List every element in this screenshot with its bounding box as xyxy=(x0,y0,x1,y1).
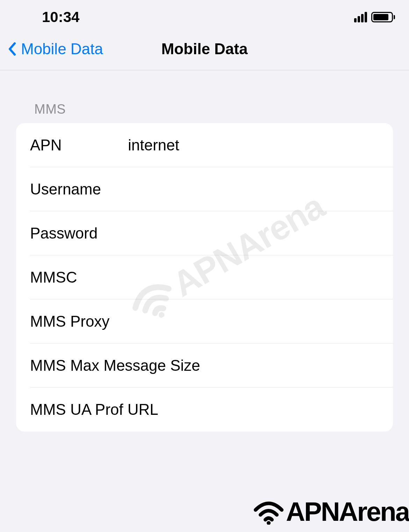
label-apn: APN xyxy=(30,136,128,154)
status-bar: 10:34 xyxy=(0,0,409,30)
navigation-bar: Mobile Data Mobile Data xyxy=(0,30,409,70)
input-apn[interactable] xyxy=(128,136,393,154)
footer-text: APNArena xyxy=(286,496,409,527)
chevron-left-icon xyxy=(7,42,17,56)
label-password: Password xyxy=(30,225,128,242)
status-icons xyxy=(354,12,395,22)
input-mms-proxy[interactable] xyxy=(128,313,393,330)
input-mmsc[interactable] xyxy=(128,269,393,286)
label-mms-max-size: MMS Max Message Size xyxy=(30,357,393,374)
row-mms-ua-prof[interactable]: MMS UA Prof URL xyxy=(16,388,393,432)
label-mms-proxy: MMS Proxy xyxy=(30,313,128,330)
cellular-signal-icon xyxy=(354,12,367,22)
section-header-mms: MMS xyxy=(0,70,409,123)
input-username[interactable] xyxy=(128,180,393,198)
label-mms-ua-prof: MMS UA Prof URL xyxy=(30,401,393,418)
row-password[interactable]: Password xyxy=(16,211,393,255)
back-label: Mobile Data xyxy=(21,40,103,58)
wifi-icon xyxy=(252,498,285,525)
row-mmsc[interactable]: MMSC xyxy=(16,255,393,299)
battery-icon xyxy=(371,12,395,22)
row-username[interactable]: Username xyxy=(16,167,393,211)
input-password[interactable] xyxy=(128,225,393,242)
back-button[interactable]: Mobile Data xyxy=(7,40,103,58)
settings-group-mms: APN Username Password MMSC MMS Proxy MMS… xyxy=(16,123,393,432)
row-mms-proxy[interactable]: MMS Proxy xyxy=(16,299,393,343)
row-apn[interactable]: APN xyxy=(16,123,393,167)
row-mms-max-size[interactable]: MMS Max Message Size xyxy=(16,343,393,388)
svg-point-1 xyxy=(267,521,271,525)
status-time: 10:34 xyxy=(42,9,79,26)
footer-logo: APNArena xyxy=(252,496,409,527)
page-title: Mobile Data xyxy=(162,40,248,58)
label-username: Username xyxy=(30,180,128,198)
label-mmsc: MMSC xyxy=(30,269,128,286)
